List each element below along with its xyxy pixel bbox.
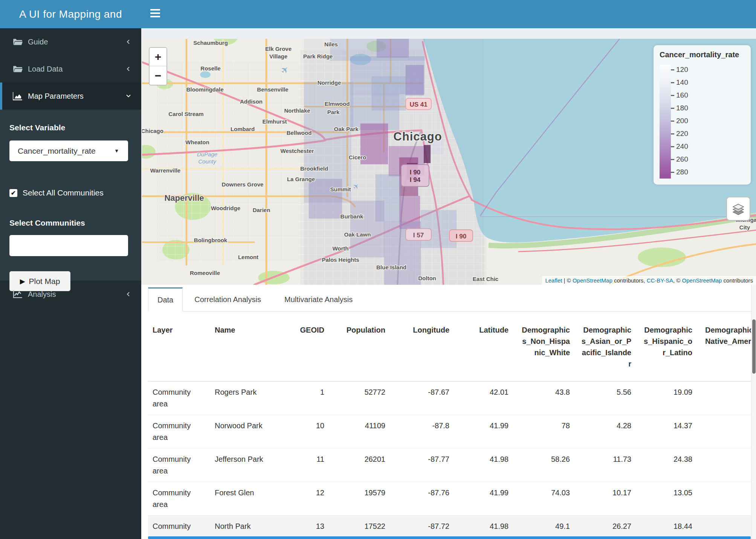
cell-layer: Community area xyxy=(148,448,210,482)
cell-name: Rogers Park xyxy=(210,381,284,415)
cell-demo-white: 49.1 xyxy=(514,515,575,536)
table-row[interactable]: Community area Rogers Park 1 52772 -87.6… xyxy=(148,381,751,415)
sidebar-toggle-hamburger-icon[interactable] xyxy=(150,9,161,19)
cell-longitude: -87.77 xyxy=(391,448,455,482)
table-row[interactable]: Community area North Park 13 17522 -87.7… xyxy=(148,515,751,536)
sidebar-item-label: Map Parameters xyxy=(28,92,84,101)
map-place-label: Park xyxy=(327,109,340,115)
cell-layer: Community area xyxy=(148,515,210,536)
cell-latitude: 41.98 xyxy=(455,515,514,536)
col-header-layer[interactable]: Layer xyxy=(148,318,210,381)
results-panel: Data Correlation Analysis Multivariate A… xyxy=(141,285,756,539)
cell-demo-asian: 26.27 xyxy=(575,515,637,536)
map-place-label: Darien xyxy=(253,207,270,213)
variable-select-value: Cancer_mortality_rate xyxy=(18,147,96,156)
table-row[interactable]: Community area Jefferson Park 11 26201 -… xyxy=(148,448,751,482)
cell-name: Norwood Park xyxy=(210,415,284,448)
cell-longitude: -87.72 xyxy=(391,515,455,536)
chevron-left-icon xyxy=(125,39,131,45)
col-header-demo-asian[interactable]: Demographics_Asian_or_Pacific_Islander xyxy=(575,318,637,381)
layers-control[interactable] xyxy=(726,197,750,221)
leaflet-map[interactable]: ✈ ✈ US 41I 90I 94I 57I 90 SchaumburgElk … xyxy=(142,39,756,285)
chevron-left-icon xyxy=(125,291,131,297)
col-header-demo-hispanic[interactable]: Demographics_Hispanic_or_Latino xyxy=(637,318,698,381)
cell-demo-native: 0.0 xyxy=(698,415,751,448)
tab-correlation-analysis[interactable]: Correlation Analysis xyxy=(183,287,273,311)
col-header-demo-native[interactable]: Demographics_Native_America xyxy=(698,318,751,381)
map-place-label: Romeoville xyxy=(190,270,220,276)
cell-population: 26201 xyxy=(330,448,391,482)
sidebar-item-map-parameters[interactable]: Map Parameters xyxy=(0,82,141,110)
sidebar-item-load-data[interactable]: Load Data xyxy=(0,55,141,82)
map-place-label: Chicago xyxy=(393,130,442,143)
variable-select[interactable]: Cancer_mortality_rate ▼ xyxy=(9,140,128,161)
sidebar-item-label: Load Data xyxy=(28,65,63,73)
attribution-text: , © xyxy=(673,277,682,284)
layers-icon xyxy=(731,201,746,216)
sidebar-item-analysis[interactable]: Analysis xyxy=(0,281,141,308)
chevron-left-icon xyxy=(125,66,131,72)
col-header-longitude[interactable]: Longitude xyxy=(391,318,455,381)
legend-tick: 180 xyxy=(671,104,688,112)
map-place-label: Niles xyxy=(324,41,338,47)
route-shield-badge: I 90I 94 xyxy=(401,165,429,186)
cell-demo-hispanic: 14.37 xyxy=(637,415,698,448)
select-all-communities-checkbox-row[interactable]: ✔ Select All Communities xyxy=(9,188,132,197)
map-place-label: Westchester xyxy=(281,148,314,154)
attribution-link[interactable]: OpenStreetMap xyxy=(573,277,612,284)
sidebar-item-label: Analysis xyxy=(28,290,56,299)
tab-data[interactable]: Data xyxy=(148,287,183,311)
col-header-population[interactable]: Population xyxy=(330,318,391,381)
map-place-label: Bellwood xyxy=(287,130,312,136)
map-legend: Cancer_mortality_rate 120140160180200220… xyxy=(654,45,751,185)
map-place-label: Summit xyxy=(330,186,351,192)
map-place-label: La Grange xyxy=(287,176,315,182)
vertical-scrollbar[interactable] xyxy=(751,285,756,539)
col-header-demo-white[interactable]: Demographics_Non_Hispanic_White xyxy=(514,318,575,381)
map-place-label: Bensenville xyxy=(257,86,288,93)
folder-open-icon xyxy=(13,64,23,74)
cell-layer: Community area xyxy=(148,482,210,515)
cell-demo-native: 0.1 xyxy=(698,448,751,482)
col-header-latitude[interactable]: Latitude xyxy=(455,318,514,381)
attribution-link[interactable]: OpenStreetMap xyxy=(682,277,722,284)
checkbox-checked-icon[interactable]: ✔ xyxy=(9,189,17,197)
cell-longitude: -87.8 xyxy=(391,415,455,448)
cell-geoid: 13 xyxy=(284,515,330,536)
cell-geoid: 11 xyxy=(284,448,330,482)
cell-longitude: -87.67 xyxy=(391,381,455,415)
col-header-name[interactable]: Name xyxy=(210,318,284,381)
tab-multivariate-analysis[interactable]: Multivariate Analysis xyxy=(273,287,364,311)
zoom-in-button[interactable]: + xyxy=(150,48,166,66)
zoom-out-button[interactable]: − xyxy=(150,66,166,85)
svg-text:I 90: I 90 xyxy=(410,169,420,176)
cell-demo-hispanic: 19.09 xyxy=(637,381,698,415)
map-place-label: County xyxy=(198,158,217,165)
map-place-label: Addison xyxy=(240,98,263,105)
vertical-scrollbar-thumb[interactable] xyxy=(752,319,756,374)
route-shield-badge: I 57 xyxy=(406,229,431,240)
attribution-link[interactable]: CC-BY-SA xyxy=(647,277,673,284)
map-place-label: Worth xyxy=(332,245,348,252)
map-place-label: Northlake xyxy=(284,107,310,114)
map-place-label: Bolingbrook xyxy=(194,237,228,243)
communities-input[interactable] xyxy=(9,235,128,256)
select-variable-label: Select Variable xyxy=(9,123,132,132)
cell-latitude: 41.99 xyxy=(455,415,514,448)
cell-population: 41109 xyxy=(330,415,391,448)
table-row[interactable]: Community area Forest Glen 12 19579 -87.… xyxy=(148,482,751,515)
data-table-container: Layer Name GEOID Population Longitude La… xyxy=(148,318,751,536)
choropleth-layer[interactable] xyxy=(304,39,484,285)
cell-demo-white: 58.26 xyxy=(514,448,575,482)
cell-latitude: 42.01 xyxy=(455,381,514,415)
col-header-geoid[interactable]: GEOID xyxy=(284,318,330,381)
map-place-label: City xyxy=(739,224,750,231)
cell-population: 52772 xyxy=(330,381,391,415)
cell-demo-asian: 11.73 xyxy=(575,448,637,482)
sidebar-item-label: Guide xyxy=(28,38,48,46)
attribution-link[interactable]: Leaflet xyxy=(545,277,562,284)
horizontal-scrollbar-thumb[interactable] xyxy=(148,536,751,539)
sidebar-item-guide[interactable]: Guide xyxy=(0,28,141,55)
table-row[interactable]: Community area Norwood Park 10 41109 -87… xyxy=(148,415,751,448)
app-title: A UI for Mapping and xyxy=(0,0,141,28)
